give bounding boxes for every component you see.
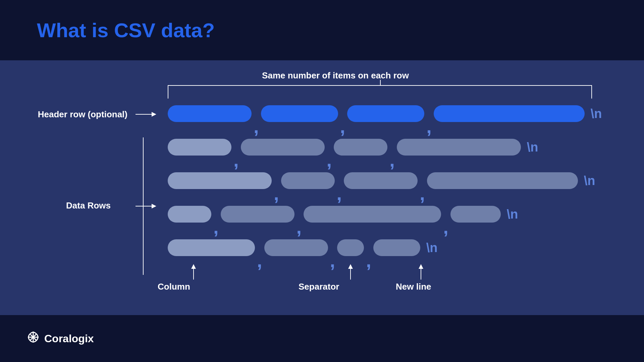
top-caption: Same number of items on each row (168, 70, 503, 81)
data-cell (397, 139, 521, 156)
comma-separator: , (255, 257, 264, 264)
data-cell (241, 139, 325, 156)
footer: Coralogix (0, 315, 644, 362)
data-cell (168, 239, 255, 256)
data-cell (450, 206, 501, 223)
brand: Coralogix (27, 331, 94, 346)
header-cell (347, 105, 424, 122)
brand-name: Coralogix (44, 333, 94, 345)
comma-separator: , (418, 190, 427, 197)
data-row: ,,,\n (168, 139, 538, 156)
newline-token: \n (426, 241, 438, 255)
data-cell (427, 172, 578, 189)
data-cell (304, 206, 441, 223)
data-cell (334, 139, 387, 156)
comma-separator: , (272, 190, 281, 197)
brand-icon (27, 331, 40, 346)
label-separator: Separator (299, 282, 339, 292)
arrow-newline (421, 265, 421, 280)
label-newline: New line (396, 282, 431, 292)
comma-separator: , (424, 123, 434, 130)
newline-token: \n (591, 107, 602, 121)
data-cell (221, 206, 294, 223)
data-cell (344, 172, 418, 189)
arrow-header-row (136, 114, 156, 115)
comma-separator: , (364, 257, 373, 264)
comma-separator: , (387, 157, 397, 164)
csv-diagram: Same number of items on each row Header … (34, 70, 610, 305)
data-row: ,,,\n (168, 172, 595, 189)
header-cell (434, 105, 585, 122)
newline-token: \n (507, 207, 518, 222)
header-cell (261, 105, 338, 122)
comma-separator: , (441, 224, 450, 231)
page-title: What is CSV data? (37, 19, 215, 42)
data-cell (264, 239, 328, 256)
header-cell (168, 105, 252, 122)
header-row: ,,,\n (168, 105, 602, 122)
label-column: Column (158, 282, 190, 292)
comma-separator: , (211, 224, 221, 231)
data-cell (168, 172, 272, 189)
comma-separator: , (294, 224, 304, 231)
title-band: What is CSV data? (0, 0, 644, 60)
top-bracket (168, 85, 592, 99)
diagram-band: Same number of items on each row Header … (0, 60, 644, 315)
data-row: ,,,\n (168, 206, 518, 223)
comma-separator: , (338, 123, 347, 130)
arrow-separator (350, 265, 351, 280)
data-row: ,,,\n (168, 239, 437, 256)
arrow-data-rows (136, 206, 156, 206)
comma-separator: , (335, 190, 344, 197)
newline-token: \n (527, 140, 538, 155)
comma-separator: , (231, 157, 241, 164)
data-cell (373, 239, 420, 256)
label-header-row: Header row (optional) (34, 109, 127, 120)
comma-separator: , (328, 257, 337, 264)
newline-token: \n (584, 174, 595, 188)
arrow-column (193, 265, 194, 280)
data-cell (168, 139, 231, 156)
data-cell (337, 239, 364, 256)
comma-separator: , (252, 123, 261, 130)
comma-separator: , (325, 157, 334, 164)
label-data-rows: Data Rows (34, 200, 111, 211)
data-cell (168, 206, 211, 223)
data-cell (281, 172, 335, 189)
